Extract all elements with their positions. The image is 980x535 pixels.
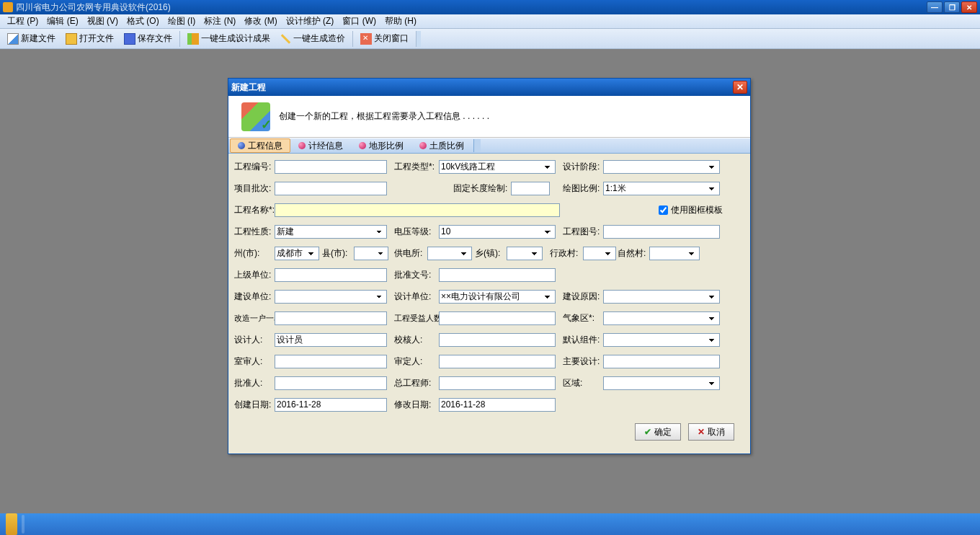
select-draw-scale[interactable]: 1:1米 [603, 182, 720, 195]
toolbar-gen-cost[interactable]: 一键生成造价 [276, 31, 349, 46]
menu-annotate[interactable]: 标注 (N) [200, 14, 240, 29]
select-natural-village[interactable] [649, 247, 700, 260]
select-design-unit[interactable]: ××电力设计有限公司 [439, 290, 556, 304]
label-admin-village: 行政村: [550, 247, 583, 260]
start-button-icon[interactable] [6, 513, 17, 535]
close-button[interactable]: ✕ [961, 1, 977, 13]
label-chief-eng: 总工程师: [394, 377, 439, 389]
menu-help[interactable]: 帮助 (H) [380, 14, 421, 29]
menu-edit[interactable]: 编辑 (E) [43, 14, 82, 29]
input-approver-p[interactable] [439, 355, 556, 368]
label-volt-level: 电压等级: [394, 226, 439, 238]
input-approver[interactable] [275, 376, 387, 390]
input-fixed-len[interactable] [511, 182, 550, 195]
label-county: 县(市): [322, 247, 354, 260]
menu-modify[interactable]: 修改 (M) [240, 14, 281, 29]
new-project-dialog: 新建工程 ✕ 创建一个新的工程，根据工程需要录入工程信息 . . . . . .… [228, 78, 751, 454]
select-prefecture[interactable]: 成都市 [275, 247, 319, 260]
toolbar-separator [352, 31, 353, 47]
label-prefecture: 州(市): [234, 247, 275, 260]
app-title: 四川省电力公司农网专用典设软件(2016) [16, 1, 927, 14]
input-modify-date[interactable] [439, 398, 556, 412]
restore-button[interactable]: ❐ [944, 1, 960, 13]
input-batch[interactable] [275, 182, 387, 195]
close-window-icon [360, 33, 372, 45]
select-build-reason[interactable] [603, 290, 720, 304]
select-build-unit[interactable] [275, 290, 387, 304]
input-beneficiary[interactable] [439, 311, 556, 325]
toolbar-save[interactable]: 保存文件 [120, 31, 177, 46]
checkbox-use-template[interactable] [659, 205, 668, 215]
label-proj-name: 工程名称*: [234, 204, 275, 216]
select-volt-level[interactable]: 10 [439, 225, 556, 239]
label-office-reviewer: 室审人: [234, 355, 275, 368]
form-project-info: 工程编号: 工程类型*: 10kV线路工程 设计阶段: 项目批次: 固定长度绘制… [228, 154, 750, 443]
toolbar-open[interactable]: 打开文件 [61, 31, 118, 46]
dialog-titlebar[interactable]: 新建工程 ✕ [228, 79, 750, 96]
menu-view[interactable]: 视图 (V) [83, 14, 122, 29]
open-file-icon [66, 33, 77, 45]
label-superior-unit: 上级单位: [234, 269, 275, 281]
menu-draw[interactable]: 绘图 (I) [164, 14, 200, 29]
menu-design-maint[interactable]: 设计维护 (Z) [282, 14, 339, 29]
main-titlebar: 四川省电力公司农网专用典设软件(2016) — ❐ ✕ [0, 0, 980, 14]
select-county[interactable] [354, 247, 388, 260]
toolbar-overflow[interactable] [416, 31, 421, 47]
save-file-icon [124, 33, 135, 45]
tab-dot-icon [238, 142, 245, 149]
menu-bar: 工程 (P) 编辑 (E) 视图 (V) 格式 (O) 绘图 (I) 标注 (N… [0, 14, 980, 29]
input-office-reviewer[interactable] [275, 355, 387, 368]
label-build-unit: 建设单位: [234, 291, 275, 303]
toolbar-gen-design[interactable]: 一键生成设计成果 [183, 31, 275, 46]
gen-design-icon [187, 33, 199, 45]
ok-button[interactable]: ✔确定 [635, 423, 681, 441]
input-superior-unit[interactable] [275, 268, 387, 282]
select-admin-village[interactable] [583, 247, 616, 260]
select-proj-nature[interactable]: 新建 [275, 225, 387, 239]
label-fixed-len: 固定长度绘制: [453, 182, 511, 195]
label-checker: 校核人: [394, 334, 439, 346]
dialog-tabstrip: 工程信息 计经信息 地形比例 土质比例 [228, 138, 750, 154]
input-approval-no[interactable] [439, 268, 556, 282]
input-proj-name[interactable] [275, 203, 560, 217]
dialog-header: 创建一个新的工程，根据工程需要录入工程信息 . . . . . . [228, 96, 750, 138]
select-weather-zone[interactable] [603, 311, 720, 325]
input-meter-count[interactable] [275, 311, 387, 325]
toolbar-close-window[interactable]: 关闭窗口 [356, 31, 413, 46]
label-designer: 设计人: [234, 334, 275, 346]
tab-dot-icon [419, 142, 427, 149]
select-design-stage[interactable] [603, 160, 720, 174]
input-proj-drawing-no[interactable] [603, 225, 720, 239]
cancel-button[interactable]: ✕取消 [688, 423, 734, 441]
dialog-close-button[interactable]: ✕ [733, 81, 747, 94]
select-town[interactable] [507, 247, 543, 260]
tab-soil-ratio[interactable]: 土质比例 [411, 138, 472, 153]
label-power-station: 供电所: [394, 247, 427, 260]
menu-format[interactable]: 格式 (O) [122, 14, 164, 29]
menu-window[interactable]: 窗口 (W) [338, 14, 380, 29]
tab-overflow[interactable] [473, 139, 481, 152]
input-designer[interactable] [275, 333, 387, 347]
tab-project-info[interactable]: 工程信息 [230, 138, 290, 153]
tab-plan-econ-info[interactable]: 计经信息 [290, 138, 351, 153]
input-proj-no[interactable] [275, 160, 387, 174]
input-create-date[interactable] [275, 398, 387, 412]
select-power-station[interactable] [427, 247, 472, 260]
select-default-comp[interactable] [603, 333, 720, 347]
input-chief-eng[interactable] [439, 376, 556, 390]
input-checker[interactable] [439, 333, 556, 347]
label-approver-p: 审定人: [394, 355, 439, 368]
label-natural-village: 自然村: [618, 247, 649, 260]
input-main-design[interactable] [603, 355, 720, 368]
select-proj-type[interactable]: 10kV线路工程 [439, 160, 556, 174]
minimize-button[interactable]: — [927, 1, 943, 13]
menu-project[interactable]: 工程 (P) [3, 14, 43, 29]
label-meter-count: 改造一户一表户数 [234, 314, 275, 322]
select-region[interactable] [603, 376, 720, 390]
label-default-comp: 默认组件: [563, 334, 603, 346]
tab-terrain-ratio[interactable]: 地形比例 [351, 138, 411, 153]
taskbar[interactable] [0, 513, 980, 535]
label-main-design: 主要设计: [563, 355, 603, 368]
toolbar-new[interactable]: 新建文件 [3, 31, 60, 46]
tab-dot-icon [359, 142, 366, 149]
